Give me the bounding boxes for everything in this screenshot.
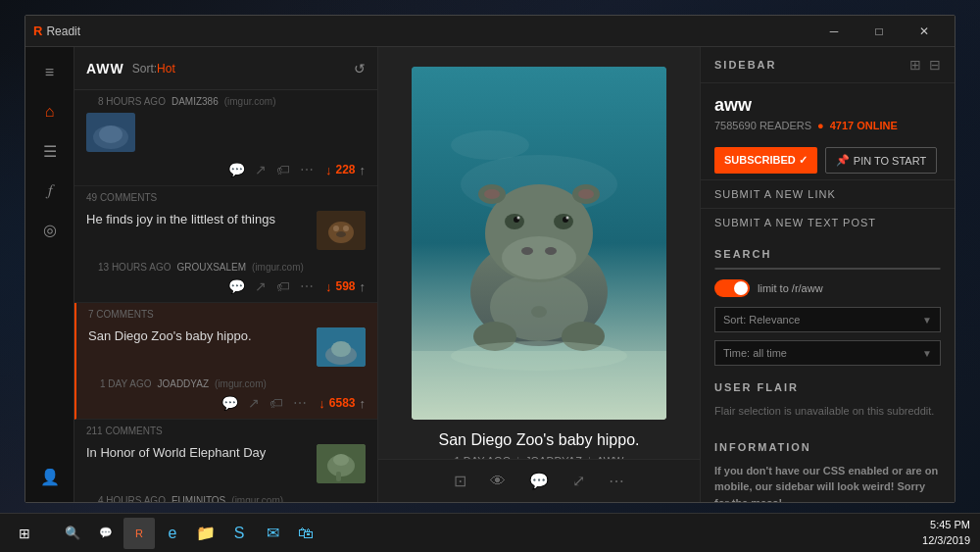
submit-text-button[interactable]: SUBMIT A NEW TEXT POST [701,208,955,236]
nav-frontpage-icon[interactable]: 𝑓 [30,173,70,208]
expand-action-icon[interactable]: ⤢ [572,472,585,490]
pin-button[interactable]: 📌 PIN TO START [825,147,937,174]
comment-action-icon[interactable]: 💬 [529,472,549,490]
user-flair-text: Flair selection is unavailable on this s… [701,397,955,429]
svg-point-7 [336,231,346,237]
sort-label: Sort: [132,62,157,75]
vote-count: 598 [335,279,355,293]
content-actions: ⊡ 👁 💬 ⤢ ⋯ [378,459,700,502]
start-button[interactable]: ⊞ [0,514,49,553]
nav-home-icon[interactable]: ⌂ [30,94,70,129]
sidebar-title: SIDEBAR [714,59,909,71]
limit-toggle[interactable] [714,279,750,297]
sidebar-columns-icon[interactable]: ⊟ [929,57,941,73]
comment-icon[interactable]: 💬 [228,162,245,177]
taskbar-readit[interactable]: R [123,518,155,549]
share-icon[interactable]: ↗ [255,278,267,294]
share-icon[interactable]: ↗ [248,395,260,411]
more-icon[interactable]: ⋯ [300,278,314,294]
vote-area: ↓ 228 ↑ [325,163,366,177]
vote-down-icon[interactable]: ↓ [318,396,325,411]
title-bar-controls: ─ □ ✕ [811,16,947,47]
taskbar-edge[interactable]: e [157,518,188,549]
post-author: EUMINITOS [172,495,225,502]
comment-icon[interactable]: 💬 [228,278,245,294]
vote-count: 228 [335,163,355,176]
action-icons: 💬 ↗ 🏷 ⋯ [228,162,314,177]
svg-point-35 [517,217,520,220]
taskbar-store[interactable]: 🛍 [290,518,321,549]
vote-up-icon[interactable]: ↑ [360,396,367,411]
nav-menu-icon[interactable]: ≡ [30,55,70,90]
svg-point-40 [578,189,594,199]
taskbar-cortana[interactable]: 💬 [90,518,122,549]
nav-list-icon[interactable]: ☰ [30,133,70,169]
refresh-icon[interactable]: ↺ [354,61,366,76]
post-author: DAMIZ386 [172,96,219,107]
post-thumbnail [317,444,366,483]
sort-value[interactable]: Hot [157,62,175,75]
post-thumbnail [86,113,135,152]
sidebar-panel: SIDEBAR ⊞ ⊟ aww 7585690 READERS ● 4717 O… [700,47,955,502]
post-author: GROUXSALEM [176,262,246,273]
vote-up-icon[interactable]: ↑ [360,163,367,177]
submit-link-button[interactable]: SUBMIT A NEW LINK [701,179,955,208]
save-icon[interactable]: 🏷 [270,395,283,411]
vote-up-icon[interactable]: ↑ [360,279,367,294]
image-action-icon[interactable]: ⊡ [454,472,466,490]
search-input[interactable] [715,269,940,270]
post-row: In Honor of World Elephant Day [86,438,366,489]
post-domain: (imgur.com) [252,262,304,273]
maximize-button[interactable]: □ [857,16,902,47]
share-icon[interactable]: ↗ [255,162,267,177]
sort-select-text: Sort: Relevance [723,314,800,326]
post-time: 8 HOURS AGO [98,96,166,107]
post-item[interactable]: 8 HOURS AGO DAMIZ386 (imgur.com) [74,90,377,186]
vote-count: 6583 [329,396,356,410]
sub-header: AWW Sort: Hot ↺ [74,47,377,90]
more-icon[interactable]: ⋯ [300,162,314,177]
subreddit-name: AWW [86,61,124,76]
post-row [86,109,366,158]
search-box[interactable] [714,268,941,270]
information-text: If you don't have our CSS enabled or are… [701,457,955,503]
more-icon[interactable]: ⋯ [293,395,307,411]
nav-rail: ≡ ⌂ ☰ 𝑓 ◎ 👤 [25,47,74,502]
subscribed-button[interactable]: SUBSCRIBED ✓ [714,147,817,174]
time-select-text: Time: all time [723,347,787,359]
post-title-main: San Diego Zoo's baby hippo. [439,431,640,449]
sidebar-header-icons: ⊞ ⊟ [909,57,941,73]
post-item[interactable]: 211 COMMENTS In Honor of World Elephant … [74,420,377,502]
taskbar-search[interactable]: 🔍 [57,518,88,549]
post-row: San Diego Zoo's baby hippo. [88,322,366,373]
post-title: In Honor of World Elephant Day [86,444,309,462]
eye-action-icon[interactable]: 👁 [490,473,506,490]
taskbar-skype[interactable]: S [223,518,255,549]
vote-down-icon[interactable]: ↓ [325,163,332,177]
save-icon[interactable]: 🏷 [276,162,290,177]
action-icons: 💬 ↗ 🏷 ⋯ [228,278,314,294]
comments-label: 7 COMMENTS [88,309,154,320]
taskbar-mail[interactable]: ✉ [257,518,288,549]
close-button[interactable]: ✕ [902,16,947,47]
taskbar-folder[interactable]: 📁 [190,518,221,549]
sidebar-sub-meta: 7585690 READERS ● 4717 ONLINE [701,118,955,141]
post-item-active[interactable]: 7 COMMENTS San Diego Zoo's baby hippo. [74,303,377,420]
time-select[interactable]: Time: all time ▼ [714,340,941,366]
comments-label: 49 COMMENTS [86,192,157,203]
nav-profile-icon[interactable]: 👤 [30,459,70,494]
sort-select[interactable]: Sort: Relevance ▼ [714,307,941,332]
sidebar-grid-icon[interactable]: ⊞ [909,57,921,73]
post-list: 8 HOURS AGO DAMIZ386 (imgur.com) [74,90,377,502]
post-meta: 1 DAY AGO JOADDYAZ (imgur.com) [88,373,366,391]
nav-compass-icon[interactable]: ◎ [30,212,70,247]
vote-down-icon[interactable]: ↓ [325,279,332,294]
post-image-container [412,67,666,420]
minimize-button[interactable]: ─ [811,16,857,47]
comment-icon[interactable]: 💬 [221,395,238,411]
taskbar-icons: 🔍 💬 R e 📁 S ✉ 🛍 [49,518,329,549]
svg-point-6 [343,226,349,231]
more-action-icon[interactable]: ⋯ [609,472,624,490]
post-item[interactable]: 49 COMMENTS He finds joy in the littlest… [74,186,377,303]
save-icon[interactable]: 🏷 [276,278,290,294]
